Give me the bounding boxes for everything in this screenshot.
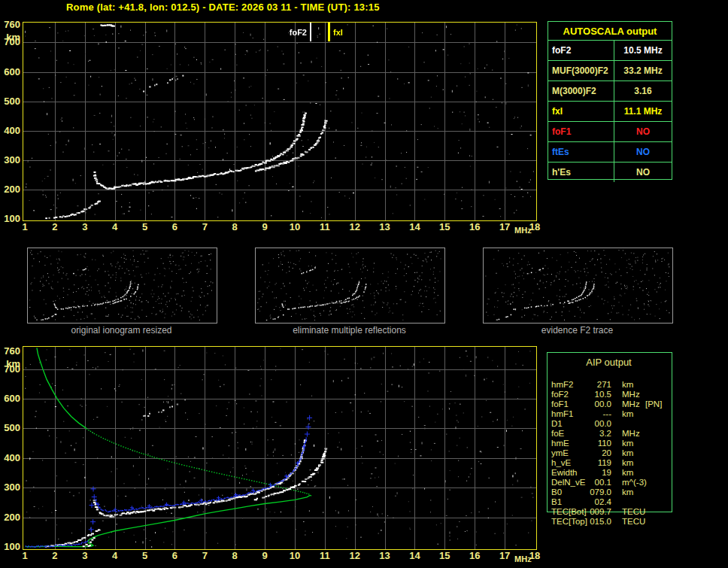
aip-row-value: 3.2: [575, 429, 611, 439]
y-tick-label: 500: [1, 423, 20, 433]
y-tick-label: 760: [1, 20, 20, 30]
aip-row-value: 00.0: [575, 419, 611, 429]
aip-row-unit: km: [622, 488, 633, 497]
y-tick-label: 200: [1, 184, 20, 195]
y-tick-label: 300: [1, 482, 20, 493]
aip-row-value: 00.0: [575, 399, 611, 409]
aip-row-label: foE: [551, 429, 564, 439]
x-tick-label: 14: [405, 551, 423, 561]
aip-row-unit: TECU: [622, 507, 645, 517]
autoscala-row: fxI11.1 MHz: [548, 102, 672, 122]
aip-row-label: D1: [551, 419, 563, 429]
aip-row-label: B0: [551, 488, 562, 497]
x-tick-label: 5: [136, 551, 154, 561]
thumbnail-evidence: [483, 248, 673, 323]
autoscala-row-value: NO: [614, 163, 672, 182]
aip-row-unit: MHz: [622, 390, 640, 399]
autoscala-row-label: fxI: [548, 102, 614, 121]
aip-row: hmF2271km: [547, 380, 727, 390]
aip-row: foF100.0MHz[PN]: [547, 399, 727, 409]
fxi-marker-line: [328, 23, 330, 41]
y-tick-label: 300: [1, 155, 20, 166]
thumbnail-original-canvas: [28, 248, 215, 321]
aip-row-label: B1: [551, 497, 562, 507]
aip-row: hmE110km: [547, 439, 727, 448]
thumbnail-original: [27, 248, 217, 323]
aip-row-label: foF1: [551, 399, 569, 409]
autoscala-row-label: h'Es: [548, 163, 614, 182]
autoscala-row-value: 33.2 MHz: [614, 61, 672, 80]
aip-row: B102.4: [547, 497, 727, 507]
fof2-marker-line: [310, 23, 311, 41]
x-tick-label: 12: [346, 222, 364, 232]
aip-row-label: ymE: [551, 448, 569, 458]
autoscala-row-value: 10.5 MHz: [614, 41, 672, 60]
y-tick-label: 600: [1, 393, 20, 404]
fxi-marker-label: fxI: [333, 28, 363, 37]
x-tick-label: 14: [405, 222, 423, 232]
x-tick-label: 13: [376, 551, 394, 561]
aip-row-value: 00.1: [575, 478, 611, 488]
x-tick-label: 16: [466, 551, 484, 561]
autoscala-row-label: ftEs: [548, 142, 614, 162]
x-tick-label: 9: [256, 551, 274, 561]
autoscala-row: foF210.5 MHz: [548, 41, 672, 61]
top-ionogram-canvas: [23, 22, 537, 221]
y-tick-label: 760: [1, 346, 20, 357]
top-ionogram-plot: [23, 22, 537, 221]
aip-row-unit: km: [622, 448, 633, 458]
x-tick-label: 17: [496, 551, 514, 561]
aip-row-value: ---: [575, 409, 611, 419]
x-tick-label: 15: [435, 551, 453, 561]
y-tick-label: 100: [1, 542, 20, 552]
aip-row-label: hmF1: [551, 409, 573, 419]
x-tick-label: 10: [286, 551, 304, 561]
x-tick-label: 17: [496, 222, 514, 232]
y-tick-label: 200: [1, 512, 20, 523]
autoscala-table-header: AUTOSCALA output: [548, 22, 672, 41]
aip-row-unit: km: [622, 458, 633, 468]
autoscala-row: MUF(3000)F233.2 MHz: [548, 61, 672, 81]
aip-row-label: hmE: [551, 439, 569, 448]
autoscala-row: h'EsNO: [548, 163, 672, 182]
autoscala-row-value: 11.1 MHz: [614, 102, 672, 121]
autoscala-table: AUTOSCALA output foF210.5 MHzMUF(3000)F2…: [548, 21, 672, 180]
aip-row-unit: MHz: [622, 429, 640, 439]
aip-row-unit: km: [622, 409, 633, 419]
x-tick-label: 8: [226, 551, 244, 561]
aip-row-value: 079.0: [575, 488, 611, 497]
aip-row-value: 015.0: [575, 517, 611, 527]
y-tick-label: 600: [1, 67, 20, 77]
aip-row-value: 20: [575, 448, 611, 458]
x-tick-label: 6: [165, 222, 184, 232]
autoscala-row-value: 3.16: [614, 81, 672, 101]
thumbnail-eliminate-caption: eliminate multiple reflections: [255, 325, 444, 336]
window-title: Rome (lat: +41.8, lon: 012.5) - DATE: 20…: [66, 2, 380, 13]
autoscala-row-label: MUF(3000)F2: [548, 61, 614, 80]
aip-row-value: 19: [575, 468, 611, 478]
aip-row: hmF1---km: [547, 409, 727, 419]
x-tick-label: 3: [76, 551, 94, 561]
autoscala-row-label: foF1: [548, 122, 614, 141]
x-tick-label: 7: [196, 551, 214, 561]
aip-row-unit: TECU: [622, 517, 645, 527]
x-tick-label: 2: [46, 551, 64, 561]
aip-row-value: 009.7: [575, 507, 611, 517]
x-tick-label: 8: [226, 222, 244, 232]
thumbnail-eliminate-canvas: [256, 248, 443, 321]
aip-table-rows: hmF2271kmfoF210.5MHzfoF100.0MHz[PN]hmF1-…: [547, 352, 727, 533]
x-tick-label: 3: [76, 222, 94, 232]
x-tick-label: 11: [316, 551, 334, 561]
fof2-marker-label: foF2: [277, 28, 307, 37]
aip-row-unit: m^(-3): [622, 478, 647, 488]
aip-row-unit: km: [622, 439, 633, 448]
x-tick-label: 7: [196, 222, 214, 232]
autoscala-row: M(3000)F23.16: [548, 81, 672, 102]
x-axis-unit: MHz: [514, 225, 532, 235]
x-tick-label: 13: [376, 222, 394, 232]
aip-row-label: h_vE: [551, 458, 571, 468]
aip-row: foE3.2MHz: [547, 429, 727, 439]
aip-row-label: hmF2: [551, 380, 573, 390]
aip-row-value: 119: [575, 458, 611, 468]
y-tick-label: 400: [1, 453, 20, 463]
